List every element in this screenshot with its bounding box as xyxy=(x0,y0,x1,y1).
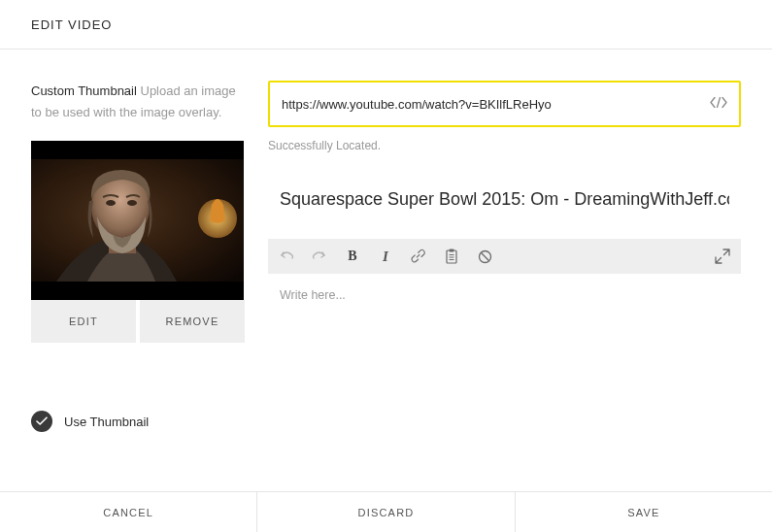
modal-footer: CANCEL DISCARD SAVE xyxy=(0,491,772,532)
right-column: Successfully Located. B I xyxy=(268,81,741,432)
remove-thumbnail-button[interactable]: REMOVE xyxy=(140,300,245,343)
custom-thumbnail-label: Custom Thumbnail xyxy=(31,83,137,98)
svg-point-6 xyxy=(106,200,116,206)
left-column: Custom Thumbnail Upload an image to be u… xyxy=(31,81,245,432)
check-icon xyxy=(36,416,48,426)
svg-line-14 xyxy=(481,252,488,260)
video-title-input[interactable] xyxy=(268,180,741,219)
save-button[interactable]: SAVE xyxy=(516,492,772,532)
redo-icon[interactable] xyxy=(311,248,328,265)
undo-icon[interactable] xyxy=(278,248,295,265)
editor-toolbar: B I xyxy=(268,239,741,274)
bold-icon[interactable]: B xyxy=(344,248,361,265)
cancel-button[interactable]: CANCEL xyxy=(0,492,257,532)
custom-thumbnail-description: Custom Thumbnail Upload an image to be u… xyxy=(31,81,245,123)
edit-thumbnail-button[interactable]: EDIT xyxy=(31,300,136,343)
clear-format-icon[interactable] xyxy=(476,248,493,265)
discard-button[interactable]: DISCARD xyxy=(257,492,515,532)
clipboard-icon[interactable] xyxy=(443,248,460,265)
svg-rect-9 xyxy=(450,249,454,252)
video-url-field-wrap xyxy=(268,81,741,127)
italic-icon[interactable]: I xyxy=(377,248,394,265)
url-status-text: Successfully Located. xyxy=(268,139,741,152)
svg-rect-0 xyxy=(31,141,244,159)
embed-code-icon[interactable] xyxy=(710,97,727,112)
video-url-input[interactable] xyxy=(282,97,700,112)
use-thumbnail-label: Use Thumbnail xyxy=(64,415,149,429)
description-editor: B I Write here... xyxy=(268,239,741,429)
link-icon[interactable] xyxy=(410,248,427,265)
expand-icon[interactable] xyxy=(714,248,731,265)
modal-header: EDIT VIDEO xyxy=(0,0,772,50)
thumbnail-image xyxy=(31,141,244,300)
svg-rect-1 xyxy=(31,282,244,300)
use-thumbnail-row: Use Thumbnail xyxy=(31,411,245,432)
svg-point-7 xyxy=(127,200,137,206)
editor-textarea[interactable]: Write here... xyxy=(268,274,741,429)
editor-placeholder: Write here... xyxy=(280,288,346,302)
modal-title: EDIT VIDEO xyxy=(31,17,741,32)
modal-content: Custom Thumbnail Upload an image to be u… xyxy=(0,50,772,432)
use-thumbnail-toggle[interactable] xyxy=(31,411,52,432)
thumbnail-actions: EDIT REMOVE xyxy=(31,300,245,343)
thumbnail-preview[interactable] xyxy=(31,141,244,300)
